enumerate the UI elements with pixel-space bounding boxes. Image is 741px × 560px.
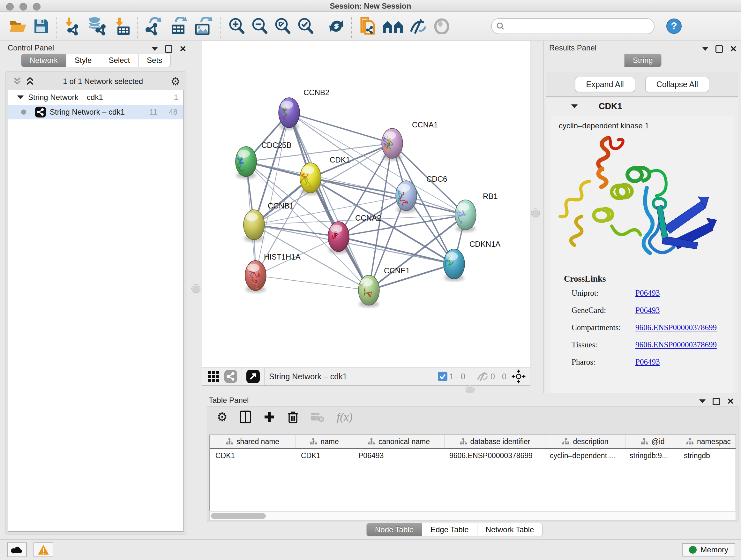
table-panel-float-icon[interactable] <box>713 398 720 405</box>
expand-all-button[interactable]: Expand All <box>575 77 635 92</box>
tree-expander-icon[interactable] <box>17 96 23 99</box>
column-header-description[interactable]: description <box>545 435 625 448</box>
tab-node-table[interactable]: Node Table <box>366 523 422 537</box>
table-cell[interactable]: CDK1 <box>210 451 295 460</box>
tab-network-table[interactable]: Network Table <box>477 523 543 537</box>
table-hscrollbar[interactable] <box>209 512 736 521</box>
table-hscrollbar-thumb[interactable] <box>211 513 266 519</box>
table-cell[interactable]: 9606.ENSP00000378699 <box>444 451 544 460</box>
network-node-HIST1H1A[interactable] <box>245 260 266 291</box>
birds-eye-view-icon[interactable] <box>207 370 220 383</box>
control-panel-close-icon[interactable]: ✕ <box>179 45 186 53</box>
network-node-CDC25B[interactable] <box>235 146 257 177</box>
add-column-icon[interactable] <box>263 411 275 423</box>
results-panel-close-icon[interactable]: ✕ <box>730 45 737 53</box>
zoom-selected-icon[interactable] <box>297 16 314 37</box>
horizontal-splitter-handle[interactable] <box>466 385 475 394</box>
crosslink-link[interactable]: 9606.ENSP00000378699 <box>635 323 717 332</box>
save-session-icon[interactable] <box>33 16 49 37</box>
memory-button[interactable]: Memory <box>682 543 735 557</box>
table-cell[interactable]: cyclin–dependent ... <box>544 451 624 460</box>
crosslink-link[interactable]: P06493 <box>635 306 660 315</box>
network-node-CDK1[interactable] <box>299 163 321 193</box>
tab-sets[interactable]: Sets <box>138 54 171 67</box>
table-row[interactable]: CDK1CDK1P064939606.ENSP00000378699cyclin… <box>210 449 736 462</box>
column-header-shared-name[interactable]: shared name <box>210 435 295 448</box>
export-image-icon[interactable] <box>194 16 214 37</box>
table-panel-close-icon[interactable]: ✕ <box>727 397 734 406</box>
network-node-RB1[interactable] <box>455 200 476 230</box>
network-tree-child-row[interactable]: String Network – cdk1 11 48 <box>8 105 183 119</box>
network-view[interactable]: CCNB2CCNA1CDC25BCDK1CDC6RB1CCNB1CCNA2CDK… <box>202 41 530 386</box>
table-cell[interactable]: stringdb:9... <box>624 451 678 460</box>
gene-entry-header[interactable]: CDK1 <box>546 98 738 115</box>
collapse-all-icon[interactable] <box>12 77 23 86</box>
network-edge[interactable] <box>289 113 466 215</box>
import-network-icon[interactable] <box>63 16 81 37</box>
collapse-all-button[interactable]: Collapse All <box>645 77 710 92</box>
open-session-icon[interactable] <box>9 16 27 37</box>
show-hidden-icon[interactable] <box>433 16 450 37</box>
import-table-icon[interactable] <box>114 16 130 37</box>
hide-selected-icon[interactable] <box>409 16 428 37</box>
network-options-gear-icon[interactable]: ⚙ <box>171 75 180 88</box>
network-edge[interactable] <box>256 275 369 290</box>
network-node-CCNB1[interactable] <box>244 210 265 240</box>
tab-edge-table[interactable]: Edge Table <box>422 523 477 537</box>
import-network-from-database-icon[interactable] <box>87 16 108 37</box>
network-tree-root-row[interactable]: String Network – cdk1 1 <box>8 90 183 105</box>
node-table[interactable]: shared namenamecanonical namedatabase id… <box>209 435 736 511</box>
column-header-name[interactable]: name <box>295 435 353 448</box>
column-header-canonical-name[interactable]: canonical name <box>353 435 445 448</box>
network-edge[interactable] <box>339 237 454 264</box>
table-cell[interactable]: P06493 <box>353 451 444 460</box>
left-splitter-handle[interactable] <box>192 284 200 293</box>
zoom-fit-icon[interactable] <box>274 16 291 37</box>
zoom-out-icon[interactable] <box>251 16 268 37</box>
crosslink-link[interactable]: P06493 <box>635 358 660 367</box>
zoom-in-icon[interactable] <box>228 16 245 37</box>
network-edge[interactable] <box>289 113 369 290</box>
cloud-button[interactable] <box>7 543 27 557</box>
table-cell[interactable]: CDK1 <box>295 451 353 460</box>
network-edge[interactable] <box>256 113 289 275</box>
network-canvas[interactable]: CCNB2CCNA1CDC25BCDK1CDC6RB1CCNB1CCNA2CDK… <box>202 41 529 367</box>
expand-all-icon[interactable] <box>24 77 36 86</box>
gene-expander-icon[interactable] <box>571 105 578 108</box>
right-splitter-handle[interactable] <box>531 208 540 217</box>
network-edge[interactable] <box>289 113 392 143</box>
clone-network-icon[interactable] <box>359 16 377 37</box>
export-table-icon[interactable] <box>169 16 188 37</box>
network-node-CDKN1A[interactable] <box>442 249 465 279</box>
crosslink-link[interactable]: P06493 <box>635 289 660 298</box>
delete-column-icon[interactable] <box>287 411 298 423</box>
tab-network[interactable]: Network <box>21 54 66 67</box>
show-columns-icon[interactable] <box>240 411 251 423</box>
crosslink-link[interactable]: 9606.ENSP00000378699 <box>635 340 717 349</box>
help-icon[interactable]: ? <box>666 16 682 37</box>
network-node-CCNA1[interactable] <box>382 128 403 159</box>
warnings-button[interactable] <box>33 543 53 557</box>
control-panel-menu-icon[interactable] <box>151 47 158 51</box>
apply-layout-icon[interactable] <box>328 16 345 37</box>
column-header--id[interactable]: @id <box>625 435 680 448</box>
table-cell[interactable]: stringdb <box>678 451 735 460</box>
network-node-CDC6[interactable] <box>396 181 417 211</box>
show-all-panels-icon[interactable] <box>382 16 403 37</box>
tab-string-results[interactable]: String <box>624 54 662 67</box>
column-header-namespac[interactable]: namespac <box>680 435 736 448</box>
string-view-icon[interactable] <box>224 370 237 383</box>
table-options-gear-icon[interactable]: ⚙ <box>217 410 227 424</box>
network-edge[interactable] <box>369 264 454 290</box>
export-network-icon[interactable] <box>144 16 163 37</box>
tab-select[interactable]: Select <box>100 54 138 67</box>
search-input[interactable] <box>491 18 655 34</box>
results-panel-menu-icon[interactable] <box>702 47 709 51</box>
pan-crosshair-icon[interactable] <box>512 369 526 383</box>
tab-style[interactable]: Style <box>66 54 100 67</box>
delete-table-icon[interactable] <box>311 412 325 422</box>
table-panel-menu-icon[interactable] <box>699 399 705 403</box>
column-header-database-identifier[interactable]: database identifier <box>445 435 545 448</box>
control-panel-float-icon[interactable] <box>165 45 172 53</box>
results-panel-float-icon[interactable] <box>716 45 723 53</box>
